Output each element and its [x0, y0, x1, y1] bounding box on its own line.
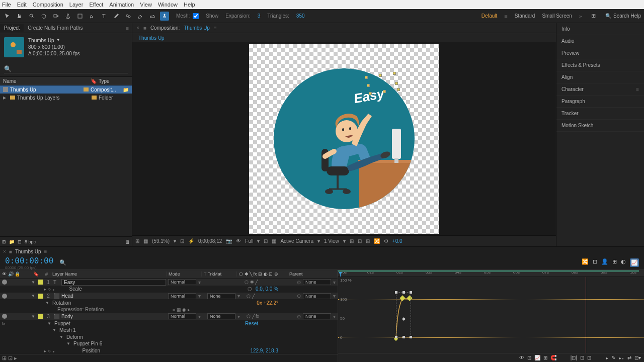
col-parent[interactable]: Parent: [287, 272, 338, 277]
selection-handle[interactable]: [393, 72, 396, 75]
puppet-tool-icon[interactable]: [160, 12, 169, 21]
rect-tool-icon[interactable]: [75, 12, 85, 21]
choose-prop-icon[interactable]: ⊡: [527, 355, 531, 360]
menu-effect[interactable]: Effect: [89, 2, 103, 8]
transparency-icon[interactable]: ▦: [272, 238, 276, 244]
text-tool-icon[interactable]: T: [100, 12, 109, 21]
roto-tool-icon[interactable]: [148, 12, 157, 21]
scale-value[interactable]: 0.0, 0.0 %: [256, 286, 278, 292]
expansion-value[interactable]: 3: [258, 13, 261, 19]
reset-exposure-icon[interactable]: ⚙: [384, 238, 388, 244]
property-deform[interactable]: ▼ Deform: [0, 334, 338, 341]
zoom-dropdown[interactable]: (59.1%): [152, 238, 170, 244]
layer-row-1[interactable]: ▼ 1 T Easy Normal▾ ⬡ ✱ ╱ ⊙ None▾: [0, 279, 338, 286]
panel-effects[interactable]: Effects & Presets: [556, 59, 644, 71]
label-color[interactable]: [38, 294, 43, 299]
property-expression-rotation[interactable]: Expression: Rotation = ▦ ◉ ▸: [0, 306, 338, 313]
frame-blend-icon[interactable]: ⊞: [612, 258, 617, 267]
visibility-toggle[interactable]: [2, 314, 7, 319]
draft3d-icon[interactable]: ⊡: [593, 258, 597, 267]
selection-box[interactable]: [396, 292, 411, 337]
toggle-switches-icon[interactable]: ⊞ ⊡ ▸: [2, 355, 17, 361]
menu-layer[interactable]: Layer: [69, 2, 84, 8]
snap-icon[interactable]: 🧲: [550, 355, 556, 360]
interpret-icon[interactable]: ⊞: [2, 239, 6, 244]
mode-dropdown[interactable]: Normal: [168, 313, 196, 319]
menu-view[interactable]: View: [140, 2, 152, 8]
fit-all-icon[interactable]: ⊡: [587, 355, 591, 360]
workspace-default[interactable]: Default: [481, 13, 498, 19]
workspace-small-screen[interactable]: Small Screen: [542, 13, 572, 19]
panel-menu-icon[interactable]: ≡: [123, 25, 132, 31]
panel-align[interactable]: Align: [556, 71, 644, 83]
selection-handle[interactable]: [395, 82, 398, 85]
triangles-value[interactable]: 350: [296, 13, 305, 19]
fit-selection-icon[interactable]: ⊡: [580, 355, 584, 360]
eraser-tool-icon[interactable]: [136, 12, 145, 21]
bpc-button[interactable]: 8 bpc: [25, 239, 36, 244]
workspace-standard[interactable]: Standard: [515, 13, 535, 19]
panel-menu-icon[interactable]: ≡: [636, 86, 639, 92]
selection-handle[interactable]: [367, 84, 370, 87]
snapshot-icon[interactable]: 📷: [226, 238, 232, 244]
hand-tool-icon[interactable]: [15, 12, 24, 21]
easy-ease-icon[interactable]: ⊡▾: [634, 355, 641, 360]
pixel-aspect-icon[interactable]: ⊞: [350, 238, 354, 244]
resolution-icon[interactable]: ⊡: [180, 238, 184, 244]
timecode[interactable]: 0;00;08;12: [198, 238, 222, 244]
project-item-folder[interactable]: ▶ Thumbs Up Layers Folder: [0, 94, 132, 102]
property-scale[interactable]: ⬥ ◇ ▸ Scale ⬡ 0.0, 0.0 %: [0, 286, 338, 293]
project-col-type[interactable]: Type: [99, 78, 129, 84]
project-col-name[interactable]: Name: [3, 78, 91, 84]
hide-shy-icon[interactable]: 👤: [601, 258, 608, 267]
property-position[interactable]: ⬥ ◇ ▸ Position 122.9, 218.3: [0, 347, 338, 354]
panel-paragraph[interactable]: Paragraph: [556, 96, 644, 108]
col-mode[interactable]: Mode: [167, 272, 202, 277]
parent-dropdown[interactable]: None: [303, 279, 331, 285]
property-pin6[interactable]: ▼ Puppet Pin 6: [0, 340, 338, 347]
property-rotation[interactable]: ▼ Rotation 0x +22.2°: [0, 299, 338, 306]
label-color[interactable]: [38, 314, 43, 319]
rotate-tool-icon[interactable]: [39, 12, 48, 21]
selection-handle[interactable]: [365, 76, 368, 79]
menu-composition[interactable]: Composition: [33, 2, 63, 8]
selection-tool-icon[interactable]: [3, 12, 12, 21]
nulls-tab[interactable]: Create Nulls From Paths: [24, 24, 87, 32]
fast-preview-icon[interactable]: ⚡: [188, 238, 194, 244]
mode-dropdown[interactable]: Normal: [168, 293, 196, 299]
separate-dim-icon[interactable]: ⬥: [605, 355, 608, 360]
timeline-tab[interactable]: Thumbs Up: [15, 249, 41, 254]
graph-editor-icon[interactable]: 📈: [630, 258, 639, 267]
timeline-icon[interactable]: ⊞: [366, 238, 370, 244]
workspace-overflow-icon[interactable]: ⊞: [589, 12, 598, 21]
label-color[interactable]: [38, 280, 43, 285]
brush-tool-icon[interactable]: [112, 12, 121, 21]
selection-handle[interactable]: [383, 90, 386, 93]
mesh-show-checkbox[interactable]: [193, 13, 199, 19]
keyframe-velocity-icon[interactable]: ⇄: [627, 355, 631, 360]
parent-dropdown[interactable]: None: [303, 313, 331, 319]
show-transform-icon[interactable]: ⊞: [543, 355, 547, 360]
comp-flowchart-icon[interactable]: 🔀: [374, 238, 380, 244]
layer-row-2[interactable]: ▼ 2 ⬛ Head Normal▾ None▾ ⬡ ╱ ⊙ None▾: [0, 293, 338, 300]
camera-tool-icon[interactable]: [51, 12, 60, 21]
work-area[interactable]: [338, 270, 639, 272]
visibility-toggle[interactable]: [2, 280, 7, 285]
menu-window[interactable]: Window: [158, 2, 178, 8]
layer-row-3[interactable]: ▼ 3 ⬛ Body Normal▾ None▾ ⬡ ╱ fx ⊙ None▾: [0, 313, 338, 320]
menu-help[interactable]: Help: [184, 2, 195, 8]
search-help-label[interactable]: Search Help: [613, 13, 641, 19]
graph-editor[interactable]: 150 % 100 50 0: [338, 277, 644, 355]
edit-keyframe-icon[interactable]: ✎: [611, 355, 615, 360]
panel-info[interactable]: Info: [556, 23, 644, 35]
timeline-search-icon[interactable]: 🔍: [59, 259, 66, 266]
panel-preview[interactable]: Preview: [556, 47, 644, 59]
current-time[interactable]: 0:00:00:00: [5, 256, 53, 265]
graph-type-icon[interactable]: 📈: [534, 355, 540, 360]
show-snapshot-icon[interactable]: 👁: [236, 238, 241, 244]
camera-dropdown[interactable]: Active Camera: [280, 238, 313, 244]
motion-blur-icon[interactable]: ◐: [621, 258, 626, 267]
trkmat-dropdown[interactable]: None: [207, 313, 235, 319]
pen-tool-icon[interactable]: [88, 12, 97, 21]
menu-file[interactable]: File: [2, 2, 11, 8]
